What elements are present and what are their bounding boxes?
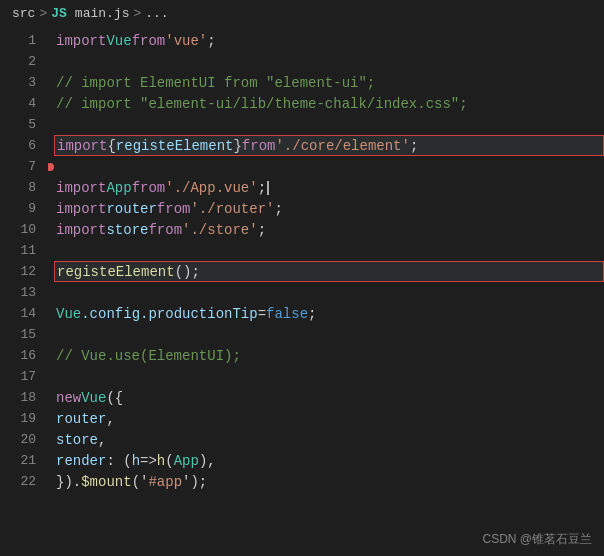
code-line: // import "element-ui/lib/theme-chalk/in… <box>56 93 604 114</box>
token-kw: import <box>57 138 107 154</box>
breadcrumb-sep3: > <box>133 6 141 21</box>
token-punct: ; <box>308 306 316 322</box>
token-kw: from <box>132 33 166 49</box>
token-prop: .config.productionTip <box>81 306 257 322</box>
breadcrumb-js-icon: JS <box>51 6 67 21</box>
breadcrumb-dots: ... <box>145 6 168 21</box>
code-line: import { registeElement } from './core/e… <box>54 135 604 156</box>
line-number: 15 <box>0 324 36 345</box>
text-cursor <box>267 181 269 195</box>
breadcrumb-src: src <box>12 6 35 21</box>
line-numbers: 12345678910111213141516171819202122 <box>0 26 48 556</box>
breadcrumb-filename: main.js <box>75 6 130 21</box>
line-number: 18 <box>0 387 36 408</box>
token-id2: Vue <box>56 306 81 322</box>
token-punct: (); <box>175 264 200 280</box>
editor: src > JS main.js > ... 12345678910111213… <box>0 0 604 556</box>
line-number: 19 <box>0 408 36 429</box>
token-id2: App <box>106 180 131 196</box>
token-punct: ; <box>258 222 266 238</box>
token-punct: }). <box>56 474 81 490</box>
code-line <box>56 240 604 261</box>
token-kw: from <box>157 201 191 217</box>
token-id: registeElement <box>116 138 234 154</box>
token-punct: ; <box>410 138 418 154</box>
token-str: './core/element' <box>275 138 409 154</box>
code-area: 12345678910111213141516171819202122 impo… <box>0 26 604 556</box>
code-line: new Vue({ <box>56 387 604 408</box>
code-line <box>56 366 604 387</box>
code-line: // Vue.use(ElementUI); <box>56 345 604 366</box>
line-number: 2 <box>0 51 36 72</box>
line-number: 10 <box>0 219 36 240</box>
token-punct: ({ <box>106 390 123 406</box>
token-id: router <box>56 411 106 427</box>
code-line <box>56 51 604 72</box>
breadcrumb: src > JS main.js > ... <box>0 0 604 26</box>
token-id: router <box>106 201 156 217</box>
token-kw: import <box>56 201 106 217</box>
token-kw: import <box>56 180 106 196</box>
token-id: store <box>106 222 148 238</box>
code-line: }).$mount('#app'); <box>56 471 604 492</box>
token-kw: import <box>56 33 106 49</box>
token-kw: from <box>242 138 276 154</box>
line-number: 7 <box>0 156 36 177</box>
debug-breakpoint-dot <box>48 163 54 171</box>
token-punct: ( <box>165 453 173 469</box>
token-id: store <box>56 432 98 448</box>
code-line: router, <box>56 408 604 429</box>
token-punct: , <box>98 432 106 448</box>
code-line: render: (h => h(App), <box>56 450 604 471</box>
token-id3: $mount <box>81 474 131 490</box>
code-lines: import Vue from 'vue';// import ElementU… <box>48 26 604 556</box>
line-number: 8 <box>0 177 36 198</box>
token-str: './store' <box>182 222 258 238</box>
line-number: 21 <box>0 450 36 471</box>
line-number: 16 <box>0 345 36 366</box>
token-kw: from <box>148 222 182 238</box>
token-punct: '); <box>182 474 207 490</box>
token-kw: from <box>132 180 166 196</box>
code-line: // import ElementUI from "element-ui"; <box>56 72 604 93</box>
line-number: 20 <box>0 429 36 450</box>
token-id2: Vue <box>81 390 106 406</box>
code-line: import Vue from 'vue'; <box>56 30 604 51</box>
token-plain: : ( <box>106 453 131 469</box>
token-id3: registeElement <box>57 264 175 280</box>
watermark: CSDN @锥茗石豆兰 <box>482 531 592 548</box>
line-number: 4 <box>0 93 36 114</box>
token-kw2: false <box>266 306 308 322</box>
code-line: Vue.config.productionTip = false; <box>56 303 604 324</box>
line-number: 5 <box>0 114 36 135</box>
token-id: render <box>56 453 106 469</box>
token-comment: // import ElementUI from "element-ui"; <box>56 75 375 91</box>
line-number: 6 <box>0 135 36 156</box>
token-punct: ), <box>199 453 216 469</box>
token-plain: } <box>233 138 241 154</box>
code-line <box>56 114 604 135</box>
code-line: import App from './App.vue'; <box>56 177 604 198</box>
token-id2: Vue <box>106 33 131 49</box>
token-comment: // Vue.use(ElementUI); <box>56 348 241 364</box>
token-kw: new <box>56 390 81 406</box>
token-plain: = <box>258 306 266 322</box>
code-line <box>56 324 604 345</box>
code-line <box>56 156 604 177</box>
line-number: 1 <box>0 30 36 51</box>
code-line <box>56 282 604 303</box>
token-punct: ; <box>207 33 215 49</box>
token-punct: , <box>106 411 114 427</box>
token-str: './router' <box>190 201 274 217</box>
token-plain: { <box>107 138 115 154</box>
code-line: registeElement(); <box>54 261 604 282</box>
token-str: 'vue' <box>165 33 207 49</box>
code-line: import router from './router'; <box>56 198 604 219</box>
token-id3: h <box>157 453 165 469</box>
line-number: 9 <box>0 198 36 219</box>
line-number: 3 <box>0 72 36 93</box>
token-punct: ; <box>258 180 266 196</box>
token-str: './App.vue' <box>165 180 257 196</box>
code-line: import store from './store'; <box>56 219 604 240</box>
token-punct: ; <box>274 201 282 217</box>
